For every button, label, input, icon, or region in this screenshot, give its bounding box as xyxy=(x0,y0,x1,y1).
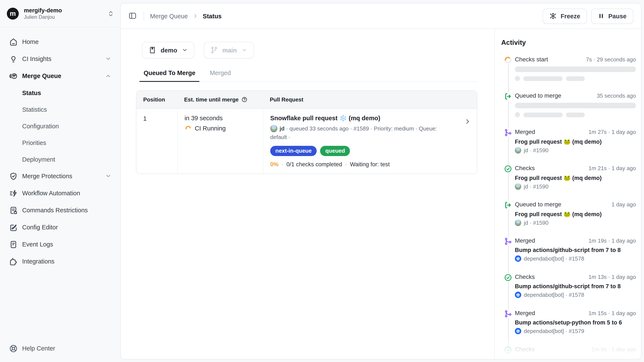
sidebar-subitem-configuration[interactable]: Configuration xyxy=(4,118,116,134)
git-branch-icon xyxy=(210,46,218,54)
freeze-label: Freeze xyxy=(561,13,580,20)
main-card: Merge Queue Status Freeze xyxy=(120,3,642,359)
author-avatar xyxy=(515,220,521,226)
activity-pr-title[interactable]: Bump actions/setup-python from 5 to 6 xyxy=(515,355,636,359)
activity-item[interactable]: Queued to merge 35 seconds ago xyxy=(501,92,636,128)
sidebar-item-integrations[interactable]: Integrations xyxy=(4,253,116,270)
sidebar-item-help-center[interactable]: Help Center xyxy=(4,340,116,357)
activity-list: Checks start 7s · 29 seconds ago Queued … xyxy=(501,56,636,359)
help-circle-icon[interactable] xyxy=(241,96,248,103)
activity-time: 7s · 29 seconds ago xyxy=(586,56,636,63)
tab-queued-to-merge[interactable]: Queued To Merge xyxy=(139,70,200,82)
activity-item[interactable]: Checks 1m 9s · 1 day ago Bump actions/se… xyxy=(501,346,636,359)
table-header: Position Est. time until merge xyxy=(136,91,477,109)
sidebar-toggle-icon[interactable] xyxy=(128,11,138,21)
sidebar-item-label: Merge Queue xyxy=(22,73,105,79)
activity-pr-meta: jd · #1590 xyxy=(515,220,636,226)
sidebar-item-event-logs[interactable]: Event Logs xyxy=(4,236,116,253)
sidebar-item-ci-insights[interactable]: CI Insights xyxy=(4,50,116,67)
pr-meta: jd · queued 33 seconds ago · #1589 · Pri… xyxy=(270,125,470,142)
activity-pr-title[interactable]: Frog pull request 🐸 (mq demo) xyxy=(515,174,636,181)
pr-label-badge[interactable]: queued xyxy=(320,146,350,156)
lightbulb-icon xyxy=(8,54,18,64)
repository-select[interactable]: demo xyxy=(142,42,194,58)
activity-label: Merged xyxy=(515,309,535,316)
queue-row[interactable]: 1 in 39 seconds CI Running xyxy=(136,109,477,174)
sidebar-subitem-priorities[interactable]: Priorities xyxy=(4,134,116,151)
org-name: mergify-demo xyxy=(24,7,108,14)
sidebar-item-label: CI Insights xyxy=(22,56,105,62)
chevron-down-icon xyxy=(105,173,112,180)
sidebar-item-home[interactable]: Home xyxy=(4,33,116,50)
chevron-right-icon[interactable] xyxy=(464,118,471,127)
merge-queue-icon xyxy=(8,71,18,81)
author-avatar xyxy=(515,147,521,154)
activity-pr-title[interactable]: Bump actions/github-script from 7 to 8 xyxy=(515,247,636,253)
branch-select: main xyxy=(204,42,254,58)
sidebar-item-config-editor[interactable]: Config Editor xyxy=(4,219,116,236)
author-avatar xyxy=(515,183,521,190)
card-header: Merge Queue Status Freeze xyxy=(120,4,641,29)
activity-label: Queued to merge xyxy=(515,92,561,99)
activity-item[interactable]: Checks 1m 13s · 1 day ago Bump actions/g… xyxy=(501,273,636,309)
activity-title: Activity xyxy=(501,39,636,47)
activity-item[interactable]: Merged 1m 27s · 1 day ago Frog pull requ… xyxy=(501,128,636,165)
row-ci-status: CI Running xyxy=(195,125,226,132)
header-divider xyxy=(144,11,144,21)
sidebar-item-merge-queue[interactable]: Merge Queue xyxy=(4,67,116,84)
edit-square-icon xyxy=(8,223,18,232)
sidebar-subitem-deployment[interactable]: Deployment xyxy=(4,151,116,168)
activity-time: 1m 13s · 1 day ago xyxy=(588,274,636,280)
repo-book-icon xyxy=(148,46,156,54)
activity-item[interactable]: Checks start 7s · 29 seconds ago xyxy=(501,56,636,92)
ci-spinner-icon xyxy=(184,125,192,132)
sidebar-item-label: Config Editor xyxy=(22,224,112,231)
activity-pr-meta: jd · #1590 xyxy=(515,147,636,154)
activity-pr-title[interactable]: Frog pull request 🐸 (mq demo) xyxy=(515,138,636,145)
activity-pr-meta: dependabot[bot] · #1578 xyxy=(515,292,636,298)
activity-pr-title[interactable]: Bump actions/github-script from 7 to 8 xyxy=(515,283,636,289)
pause-button[interactable]: Pause xyxy=(591,8,633,24)
sidebar-item-label: Merge Protections xyxy=(22,173,105,180)
sidebar-subitem-statistics[interactable]: Statistics xyxy=(4,101,116,118)
activity-label: Checks xyxy=(515,346,535,353)
sidebar-item-workflow-automation[interactable]: Workflow Automation xyxy=(4,185,116,202)
spinner-icon xyxy=(504,56,512,64)
sidebar-item-label: Event Logs xyxy=(22,241,112,248)
activity-item[interactable]: Merged 1m 19s · 1 day ago Bump actions/g… xyxy=(501,237,636,273)
puzzle-icon xyxy=(8,257,18,266)
sidebar-item-merge-protections[interactable]: Merge Protections xyxy=(4,168,116,185)
column-est-time: Est. time until merge xyxy=(177,96,263,103)
home-icon xyxy=(8,37,18,47)
activity-pr-title[interactable]: Bump actions/setup-python from 5 to 6 xyxy=(515,319,636,326)
sidebar-item-commands-restrictions[interactable]: Commands Restrictions xyxy=(4,202,116,219)
repository-value: demo xyxy=(161,47,177,54)
queue-tabs: Queued To Merge Merged xyxy=(139,70,477,82)
dependabot-icon xyxy=(515,328,521,334)
tab-merged[interactable]: Merged xyxy=(206,70,235,82)
pr-author: jd xyxy=(280,125,284,132)
activity-item[interactable]: Merged 1m 15s · 1 day ago Bump actions/s… xyxy=(501,309,636,346)
skeleton-row xyxy=(515,112,636,117)
pause-label: Pause xyxy=(608,13,626,20)
activity-item[interactable]: Queued to merge 1 day ago Frog pull requ… xyxy=(501,201,636,237)
branch-value: main xyxy=(222,47,237,54)
merge-icon xyxy=(504,309,512,318)
activity-pr-meta: jd · #1590 xyxy=(515,183,636,190)
activity-label: Merged xyxy=(515,237,535,244)
breadcrumb-parent[interactable]: Merge Queue xyxy=(150,13,188,20)
pr-title[interactable]: Snowflake pull request ❄️ (mq demo) xyxy=(270,115,470,122)
chevron-down-icon xyxy=(241,47,248,53)
freeze-button[interactable]: Freeze xyxy=(543,8,587,24)
author-avatar xyxy=(270,125,278,132)
org-switcher[interactable]: m mergify-demo Julien Danjou xyxy=(0,0,120,27)
pr-label-badge[interactable]: next-in-queue xyxy=(270,146,317,156)
sidebar-subitem-status[interactable]: Status xyxy=(4,84,116,101)
shield-check-icon xyxy=(8,171,18,181)
activity-pr-meta: dependabot[bot] · #1578 xyxy=(515,255,636,262)
snowflake-icon xyxy=(550,12,557,20)
activity-pr-title[interactable]: Frog pull request 🐸 (mq demo) xyxy=(515,211,636,217)
checks-completed: 0/1 checks completed xyxy=(286,161,342,168)
activity-time: 1m 21s · 1 day ago xyxy=(588,165,636,171)
activity-item[interactable]: Checks 1m 21s · 1 day ago Frog pull requ… xyxy=(501,165,636,201)
